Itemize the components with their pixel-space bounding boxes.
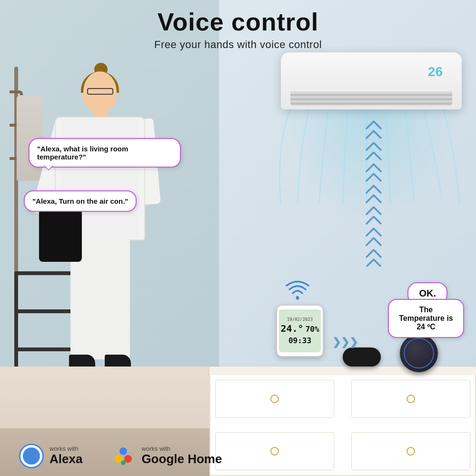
echo-ring (404, 338, 434, 368)
wifi-icon-container (286, 279, 309, 302)
bubble-alexa-command: "Alexa, Turn on the air con." (24, 190, 137, 212)
smart-hub (343, 347, 381, 367)
airflow-arrows-container (364, 114, 383, 267)
bubble-alexa-question: "Alexa, what is living room temperature?… (29, 138, 181, 168)
dresser-top (209, 367, 476, 375)
ac-vents (290, 91, 452, 106)
dresser-drawer (215, 380, 334, 418)
echo-dot (400, 334, 438, 372)
ac-display-temp: 26 (428, 64, 443, 79)
person-silhouette (29, 71, 171, 414)
dresser-handle (407, 395, 415, 403)
page-subtitle: Free your hands with voice control (0, 39, 476, 51)
google-works-with: works with (141, 446, 222, 452)
alexa-logo-circle (19, 444, 44, 468)
svg-point-2 (124, 455, 132, 463)
ac-vent-bar (290, 98, 452, 100)
person-glasses (87, 88, 113, 95)
alexa-logo: works with Alexa (19, 444, 82, 468)
header: Voice control Free your hands with voice… (0, 0, 476, 51)
ac-vent-bar (290, 94, 452, 96)
bubble-temp: The Temperature is 24 ºC (388, 299, 464, 338)
alexa-brand-name: Alexa (50, 452, 82, 466)
dresser-handle (270, 395, 279, 403)
page-title: Voice control (0, 9, 476, 36)
dresser-drawer (351, 380, 470, 418)
google-brand-name: Google Home (141, 452, 222, 466)
svg-point-0 (296, 297, 299, 300)
forward-arrows: ❯❯❯ (332, 336, 358, 348)
airflow-chevrons-svg (364, 114, 383, 267)
sensor-humidity-value: 70% (306, 325, 319, 334)
handbag (39, 209, 82, 262)
ac-vent-bar (290, 102, 452, 105)
ac-unit: 26 (281, 52, 462, 109)
google-text-container: works with Google Home (141, 446, 222, 466)
bottom-bar: works with Alexa works with Google Home (0, 436, 476, 476)
person-head (83, 71, 117, 112)
sensor-temp-value: 24.° (280, 323, 303, 334)
svg-point-4 (121, 460, 126, 465)
alexa-works-with: works with (50, 446, 82, 452)
alexa-text-container: works with Alexa (50, 446, 82, 466)
svg-point-1 (119, 447, 127, 455)
sensor-device: 19/02/2023 24.° 70% 09:33 (276, 305, 324, 357)
google-icon (112, 445, 135, 467)
google-dots (111, 444, 136, 468)
sensor-date: 19/02/2023 (287, 317, 313, 322)
google-logo: works with Google Home (111, 444, 222, 468)
wifi-icon (286, 279, 309, 300)
svg-point-3 (115, 455, 122, 463)
sensor-time-value: 09:33 (288, 336, 311, 345)
alexa-inner-circle (23, 447, 40, 465)
sensor-screen: 19/02/2023 24.° 70% 09:33 (279, 309, 321, 352)
page-container: Voice control Free your hands with voice… (0, 0, 476, 476)
